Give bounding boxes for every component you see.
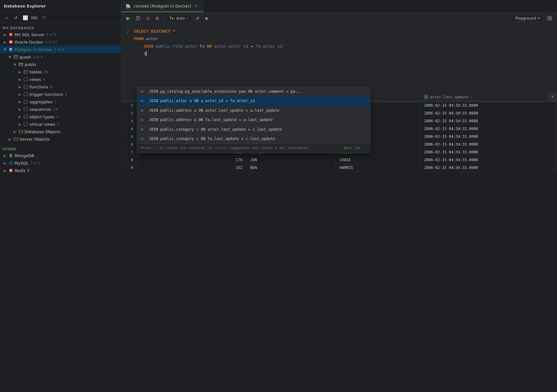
sql-editor[interactable]: ✓ SELECT DISTINCT * ✓ FROM actor ✓ JOIN xyxy=(121,24,557,93)
cell-last-update: 2006-02-15 04:34:33.0000 xyxy=(420,156,557,164)
virtual-views-badge: 7 xyxy=(57,122,59,126)
sidebar-item-redis[interactable]: ▶ R Redis 7 ... xyxy=(0,167,121,174)
stop-button[interactable]: ⊙ xyxy=(144,15,152,22)
row-number: 5 xyxy=(121,133,137,141)
run-button[interactable]: ▶ xyxy=(124,14,132,22)
mongodb-label: MongoDB xyxy=(15,153,34,158)
autocomplete-item-2[interactable]: ⊞ JOIN public.actor a ON a.actor_id = fa… xyxy=(137,96,370,105)
cell-last-update: 2006-02-15 04:34:33.0000 xyxy=(420,117,557,125)
virtual-views-icon xyxy=(24,122,28,126)
autocomplete-item-3[interactable]: ⊞ JOIN public.address a ON actor.last_up… xyxy=(137,106,370,115)
mssql-icon: S xyxy=(9,32,13,37)
sidebar-item-aggregates[interactable]: ▶ aggregates 1 xyxy=(0,98,121,105)
history-button[interactable] xyxy=(134,15,142,22)
sidebar-item-object-types[interactable]: ▶ object types 2 xyxy=(0,113,121,120)
sidebar-item-database-objects[interactable]: ▶ Database Objects xyxy=(0,128,121,135)
autocomplete-item-1[interactable]: ⊞ JOIN pg_catalog.pg_available_extension… xyxy=(137,87,370,96)
ddl-button[interactable]: DDL xyxy=(30,14,39,22)
arrow-icon: ▼ xyxy=(14,63,19,66)
sidebar-item-public[interactable]: ▼ public xyxy=(0,61,121,68)
filter-button[interactable]: ▽ xyxy=(40,14,48,22)
settings-button[interactable]: ⚙ xyxy=(153,15,161,22)
svg-rect-18 xyxy=(24,115,28,118)
tx-selector[interactable]: Tx: Auto ✓ xyxy=(166,15,192,22)
autocomplete-item-4[interactable]: ⊞ JOIN public.address a ON fa.last_updat… xyxy=(137,115,370,124)
add-connection-button[interactable]: + xyxy=(2,14,11,22)
autocomplete-dropdown: ⊞ JOIN pg_catalog.pg_available_extension… xyxy=(137,86,370,153)
row-number: 8 xyxy=(121,156,137,164)
tx-label: Tx: Auto xyxy=(169,16,185,21)
postgres-label: Postgres in Docker xyxy=(15,47,52,52)
sidebar-item-trigger-functions[interactable]: ▶ trigger functions 1 xyxy=(0,91,121,98)
more-options-icon[interactable]: ⋮ xyxy=(363,145,366,151)
sort-icon[interactable]: ⇕ xyxy=(470,95,472,99)
refresh-button[interactable]: ↺ xyxy=(12,14,20,22)
aggregates-badge: 1 xyxy=(54,100,57,104)
schema-button[interactable]: ⬜ xyxy=(21,14,29,22)
sidebar-item-mssql[interactable]: ▶ S MS SQL Server 1 of 5 xyxy=(0,31,121,38)
toolbar-divider xyxy=(164,15,164,21)
sidebar-item-virtual-views[interactable]: ▶ virtual views 7 xyxy=(0,120,121,128)
my-databases-section: My databases xyxy=(0,24,121,31)
sidebar-tree: My databases ▶ S MS SQL Server 1 of 5 ▶ … xyxy=(0,23,121,392)
col-last-update[interactable]: ≡ actor.last_update ⇕ xyxy=(420,93,557,101)
playground-label: Playground xyxy=(515,16,536,21)
sidebar-item-tables[interactable]: ▶ tables 26 xyxy=(0,68,121,76)
next-tip-link[interactable]: Next Tip xyxy=(344,145,360,151)
svg-text:O: O xyxy=(10,41,12,44)
grid-view-button[interactable] xyxy=(545,15,554,22)
ac-join-icon: ⊞ xyxy=(141,107,147,114)
mssql-badge: 1 of 5 xyxy=(46,33,56,37)
stop2-button[interactable]: ■ xyxy=(203,15,209,22)
mssql-label: MS SQL Server xyxy=(15,32,44,37)
ac-item-text-1: JOIN pg_catalog.pg_available_extensions … xyxy=(149,88,302,95)
autocomplete-hint: Press ^. to choose the selected (or firs… xyxy=(141,145,308,151)
sql-line-1: SELECT DISTINCT * xyxy=(134,28,175,35)
tab-close-button[interactable]: ✕ xyxy=(194,3,199,9)
sidebar-item-mysql[interactable]: ▶ M MySQL 3 of 5 xyxy=(0,159,121,167)
cell-last-update: 2006-02-15 04:34:33.0000 xyxy=(420,133,557,141)
sidebar-item-functions[interactable]: ▶ functions 8 xyxy=(0,83,121,91)
svg-text:S: S xyxy=(10,33,12,36)
sidebar-item-server-objects[interactable]: ▶ Server Objects xyxy=(0,135,121,143)
autocomplete-item-6[interactable]: ⊞ JOIN public.category c ON fa.last_upda… xyxy=(137,134,370,143)
sidebar-item-mongodb[interactable]: ▶ MongoDB ... xyxy=(0,152,121,159)
undo-button[interactable]: ↺ xyxy=(194,15,201,22)
row-number: 4 xyxy=(121,125,137,133)
svg-rect-21 xyxy=(14,138,18,140)
database-objects-label: Database Objects xyxy=(25,129,60,134)
views-icon xyxy=(24,77,28,82)
playground-button[interactable]: Playground ▼ xyxy=(512,15,544,22)
autocomplete-item-5[interactable]: ⊞ JOIN public.category c ON actor.last_u… xyxy=(137,125,370,134)
redis-icon: R xyxy=(9,168,13,173)
row-number: 9 xyxy=(121,164,137,172)
oracle-badge: 1 of 17 xyxy=(45,40,57,44)
mongodb-more: ... xyxy=(36,154,39,158)
server-objects-icon xyxy=(14,137,18,141)
views-badge: 4 xyxy=(43,77,45,82)
guest-label: guest xyxy=(20,55,31,59)
cell-first-name: JON xyxy=(246,156,335,164)
arrow-icon: ▶ xyxy=(4,169,9,172)
sidebar-item-views[interactable]: ▶ views 4 xyxy=(0,76,121,83)
svg-rect-16 xyxy=(24,100,28,103)
table-row[interactable]: 8 176 JON CHASE 2006-02-15 04:34:33.0000 xyxy=(121,156,557,164)
svg-point-23 xyxy=(11,154,12,157)
editor-line-4: ✓ J xyxy=(126,50,552,58)
cell-last-update: 2006-02-15 04:34:33.0000 xyxy=(420,101,557,110)
console-tab[interactable]: 🐘 console [Postgres in Docker] ✕ xyxy=(121,1,204,12)
sidebar-item-postgres[interactable]: ▼ P Postgres in Docker 1 of 2 xyxy=(0,46,121,53)
sidebar-item-oracle[interactable]: ▶ O Oracle Docker 1 of 17 xyxy=(0,38,121,46)
sidebar-item-sequences[interactable]: ▶ sequences 13 xyxy=(0,105,121,113)
ac-join-icon: ⊞ xyxy=(141,98,147,104)
sidebar-item-guest[interactable]: ▼ guest 1 of 3 xyxy=(0,53,121,61)
sequences-label: sequences xyxy=(30,107,51,112)
arrow-icon: ▼ xyxy=(4,48,9,51)
schema-icon xyxy=(19,62,23,67)
mysql-label: MySQL xyxy=(15,161,29,166)
ac-join-icon: ⊞ xyxy=(141,117,147,123)
mysql-icon: M xyxy=(9,161,13,165)
table-row[interactable]: 9 152 BEN HARRIS 2006-02-15 04:34:33.000… xyxy=(121,164,557,172)
server-objects-label: Server Objects xyxy=(20,137,49,142)
close-editor-button[interactable]: ✕ xyxy=(548,93,557,100)
